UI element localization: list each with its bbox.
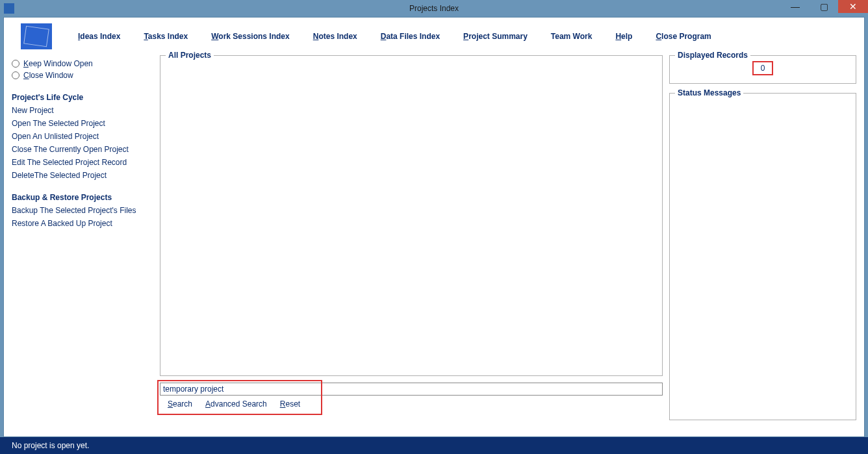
displayed-records-label: Displayed Records (675, 51, 750, 60)
search-area: Search Advanced Search Reset (160, 383, 663, 409)
close-icon: ✕ (849, 2, 857, 11)
menu-label: elp (621, 32, 632, 41)
radio-icon (12, 71, 19, 79)
statusbar-text: No project is open yet. (12, 441, 89, 450)
menu-label: asks Index (148, 32, 188, 41)
statusbar: No project is open yet. (0, 437, 868, 454)
topbar: Ideas Index Tasks Index Work Sessions In… (4, 18, 864, 55)
status-messages-group: Status Messages (669, 93, 856, 420)
link-close-current[interactable]: Close The Currently Open Project (12, 145, 153, 154)
reset-button[interactable]: Reset (280, 399, 300, 409)
menu-label: ork Sessions Index (218, 32, 289, 41)
minimize-button[interactable]: — (781, 0, 810, 13)
menu-label: ata Files Index (386, 32, 440, 41)
menu-label: otes Index (318, 32, 357, 41)
section-backup-head: Backup & Restore Projects (12, 193, 153, 202)
radio-close-window[interactable]: Close Window (12, 71, 153, 80)
radio-keep-open[interactable]: Keep Window Open (12, 59, 153, 68)
status-messages-label: Status Messages (675, 88, 743, 97)
link-restore-backup[interactable]: Restore A Backed Up Project (12, 219, 153, 228)
link-new-project[interactable]: New Project (12, 106, 153, 115)
maximize-icon: ▢ (820, 2, 828, 11)
sidebar: Keep Window Open Close Window Project's … (12, 55, 153, 420)
maximize-button[interactable]: ▢ (810, 0, 838, 13)
center-column: All Projects Search Advanced Search Rese… (160, 55, 663, 420)
menu-label: lose Program (661, 32, 711, 41)
search-button[interactable]: Search (168, 399, 192, 409)
window-title: Projects Index (409, 4, 459, 13)
radio-label: Close Window (23, 71, 73, 80)
menu-summary[interactable]: Project Summary (463, 32, 528, 41)
content-area: Keep Window Open Close Window Project's … (4, 55, 864, 420)
menu-team[interactable]: Team Work (551, 32, 593, 41)
window-controls: — ▢ ✕ (781, 0, 868, 14)
advanced-search-button[interactable]: Advanced Search (205, 399, 267, 409)
displayed-records-value: 0 (752, 61, 773, 75)
link-backup-selected[interactable]: Backup The Selected Project's Files (12, 206, 153, 215)
menu-label: roject Summary (468, 32, 528, 41)
menu-label: Team Work (551, 32, 593, 41)
menu-notes[interactable]: Notes Index (313, 32, 357, 41)
main-menu: Ideas Index Tasks Index Work Sessions In… (78, 32, 711, 41)
link-delete-selected[interactable]: DeleteThe Selected Project (12, 171, 153, 180)
app-window-icon (4, 3, 14, 14)
right-column: Displayed Records 0 Status Messages (669, 55, 856, 420)
link-open-selected[interactable]: Open The Selected Project (12, 119, 153, 128)
link-edit-selected[interactable]: Edit The Selected Project Record (12, 158, 153, 167)
app-logo-icon (21, 23, 52, 49)
search-input[interactable] (160, 383, 663, 396)
radio-label: Keep Window Open (23, 59, 93, 68)
menu-work[interactable]: Work Sessions Index (211, 32, 290, 41)
minimize-icon: — (791, 2, 800, 11)
link-open-unlisted[interactable]: Open An Unlisted Project (12, 132, 153, 141)
all-projects-group: All Projects (160, 55, 663, 376)
all-projects-label: All Projects (166, 51, 214, 60)
section-lifecycle-head: Project's Life Cycle (12, 93, 153, 102)
main-window: Ideas Index Tasks Index Work Sessions In… (3, 17, 865, 437)
menu-help[interactable]: Help (615, 32, 632, 41)
search-buttons: Search Advanced Search Reset (160, 399, 663, 409)
radio-icon (12, 60, 19, 68)
titlebar: Projects Index — ▢ ✕ (0, 0, 868, 17)
menu-close[interactable]: Close Program (656, 32, 711, 41)
menu-label: deas Index (80, 32, 120, 41)
close-button[interactable]: ✕ (838, 0, 868, 13)
menu-data[interactable]: Data Files Index (381, 32, 440, 41)
displayed-records-group: Displayed Records 0 (669, 55, 856, 84)
menu-tasks[interactable]: Tasks Index (144, 32, 188, 41)
menu-ideas[interactable]: Ideas Index (78, 32, 120, 41)
